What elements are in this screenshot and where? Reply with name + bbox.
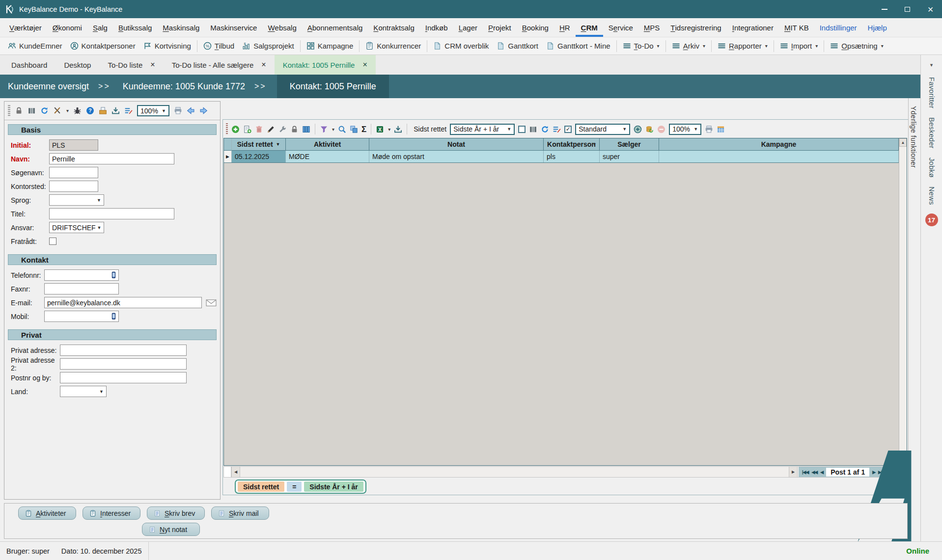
cell-kampagne[interactable] (659, 151, 899, 162)
excel-export-icon[interactable]: X (376, 125, 384, 133)
forward-icon[interactable] (199, 107, 208, 115)
scroll-right-button[interactable]: ▶ (789, 467, 798, 477)
vertical-scrollbar[interactable]: ▲ ▼ (899, 138, 907, 465)
fratrådt-checkbox[interactable] (49, 238, 56, 245)
edit-record-icon[interactable] (267, 125, 275, 133)
ansvar-select[interactable]: DRIFTSCHEF▼ (49, 222, 104, 233)
menu-item-salg[interactable]: Salg (87, 18, 113, 37)
filter-icon[interactable] (320, 125, 328, 133)
drag-handle[interactable] (226, 123, 228, 135)
scroll-down-button[interactable]: ▼ (899, 457, 907, 465)
land-select[interactable]: ▼ (60, 386, 107, 397)
breadcrumb-item-kontakt-1005-pernille[interactable]: Kontakt: 1005 Pernille (277, 75, 389, 98)
toolbar-item-kontaktpersoner[interactable]: Kontaktpersoner (67, 42, 139, 50)
cell-sælger[interactable]: super (600, 151, 659, 162)
help-icon[interactable]: ? (86, 107, 94, 115)
menu-item-service[interactable]: Service (603, 18, 638, 37)
menu-item-butikssalg[interactable]: Butikssalg (113, 18, 157, 37)
nyt-notat-button[interactable]: Nyt notat (142, 523, 200, 536)
chevron-down-icon[interactable]: ▾ (66, 108, 69, 113)
add-view-icon[interactable] (634, 125, 642, 133)
menu-item-hr[interactable]: HR (554, 18, 576, 37)
refresh-icon[interactable] (541, 125, 549, 133)
select-all-icon[interactable] (350, 125, 358, 133)
form-zoom-select[interactable]: 100% ▼ (137, 105, 169, 116)
remove-view-icon[interactable] (657, 125, 665, 133)
tab-dashboard[interactable]: Dashboard (3, 55, 55, 75)
skriv-brev-button[interactable]: Skriv brev (147, 507, 205, 520)
toolbar-item-crm-overblik[interactable]: CRM overblik (430, 42, 492, 50)
menu-item-abonnementsalg[interactable]: Abonnementsalg (302, 18, 368, 37)
toolbar-item-kortvisning[interactable]: Kortvisning (140, 42, 194, 50)
mobil-input[interactable] (44, 311, 119, 322)
scroll-up-button[interactable]: ▲ (899, 138, 907, 147)
toolbar-item-kampagne[interactable]: Kampagne (304, 42, 357, 50)
prev-page-button[interactable]: ◀ (820, 470, 823, 475)
back-icon[interactable] (187, 107, 195, 115)
menu-item-mps[interactable]: MPS (638, 18, 665, 37)
sidebar-tab-news[interactable]: News (928, 187, 936, 205)
scrollbar-track[interactable] (240, 467, 789, 477)
menu-item-maskinsalg[interactable]: Maskinsalg (157, 18, 205, 37)
menu-item-integrationer[interactable]: Integrationer (727, 18, 779, 37)
toolbar-item-tilbud[interactable]: %Tilbud (200, 42, 237, 50)
first-page-button[interactable]: |◀◀ (802, 470, 808, 475)
filter-caret-icon[interactable]: ▼ (592, 142, 597, 147)
toolbar-item-ganttkort[interactable]: Ganttkort (494, 42, 541, 50)
coins-refresh-icon[interactable] (645, 125, 654, 133)
view-select[interactable]: Standard ▼ (575, 124, 630, 135)
maximize-button[interactable] (896, 0, 919, 18)
debug-icon[interactable] (73, 107, 82, 115)
next-page-button[interactable]: ▶ (872, 470, 875, 475)
table-export-icon[interactable] (717, 125, 725, 133)
postnr-og-by-input[interactable] (60, 372, 187, 383)
sidebar-tab-favoritter[interactable]: Favoritter (928, 77, 936, 108)
scroll-left-button[interactable]: ◀ (231, 467, 240, 477)
option-checkbox-unchecked[interactable] (518, 126, 526, 133)
initial-input[interactable]: PLS (49, 139, 98, 151)
tab-to-do-liste-alle-sælgere[interactable]: To-Do liste - Alle sælgere× (164, 55, 275, 75)
skriv-mail-button[interactable]: Skriv mail (211, 507, 269, 520)
toolbar-item-opsætning[interactable]: Opsætning▾ (827, 42, 886, 50)
chevron-down-icon[interactable]: ▾ (388, 127, 390, 132)
cell-notat[interactable]: Møde om opstart (369, 151, 544, 162)
export-icon[interactable] (394, 125, 402, 133)
refresh-icon[interactable] (40, 107, 49, 115)
sidebar-tab-beskeder[interactable]: Beskeder (928, 117, 936, 149)
menu-item-booking[interactable]: Booking (517, 18, 554, 37)
breadcrumb-item-kundeemne-oversigt[interactable]: Kundeemne oversigt (3, 75, 94, 98)
menu-item-maskinservice[interactable]: Maskinservice (205, 18, 262, 37)
column-header-aktivitet[interactable]: Aktivitet (286, 138, 369, 151)
duplicate-record-icon[interactable] (243, 125, 251, 133)
close-icon[interactable]: × (362, 60, 367, 69)
drag-handle[interactable] (8, 105, 10, 117)
lock-icon[interactable] (15, 107, 23, 115)
kontorsted-input[interactable] (49, 181, 98, 192)
menu-item-indstillinger[interactable]: Indstillinger (814, 18, 862, 37)
export-box-icon[interactable] (99, 107, 107, 115)
add-record-icon[interactable] (231, 125, 240, 133)
menu-item-tidsregistrering[interactable]: Tidsregistrering (665, 18, 726, 37)
active-filter-chip[interactable]: Sidst rettet = Sidste År + I år (235, 480, 366, 494)
column-header-sælger[interactable]: Sælger (600, 138, 659, 151)
lock-icon[interactable] (290, 125, 299, 133)
menu-item-økonomi[interactable]: Økonomi (47, 18, 87, 37)
tab-to-do-liste[interactable]: To-Do liste× (99, 55, 163, 75)
import-tray-icon[interactable] (111, 107, 120, 115)
minimize-button[interactable] (873, 0, 896, 18)
telefonnr-input[interactable] (44, 269, 119, 281)
menu-item-websalg[interactable]: Websalg (262, 18, 302, 37)
menu-item-hjælp[interactable]: Hjælp (862, 18, 892, 37)
menu-item-kontraktsalg[interactable]: Kontraktsalg (368, 18, 419, 37)
last-page-button[interactable]: ▶▶| (887, 470, 893, 475)
sum-icon[interactable]: Σ (361, 125, 366, 133)
cell-aktivitet[interactable]: MØDE (286, 151, 369, 162)
sidebar-tab-jobkø[interactable]: Jobkø (928, 158, 936, 178)
column-header-sidst-rettet[interactable]: Sidst rettet▼ (232, 138, 286, 151)
menu-item-projekt[interactable]: Projekt (483, 18, 517, 37)
titel-input[interactable] (49, 208, 174, 219)
columns-icon[interactable] (28, 107, 36, 115)
cell-kontaktperson[interactable]: pls (544, 151, 600, 162)
delete-record-icon[interactable] (255, 125, 263, 133)
chevron-down-icon[interactable]: ▾ (332, 127, 334, 132)
